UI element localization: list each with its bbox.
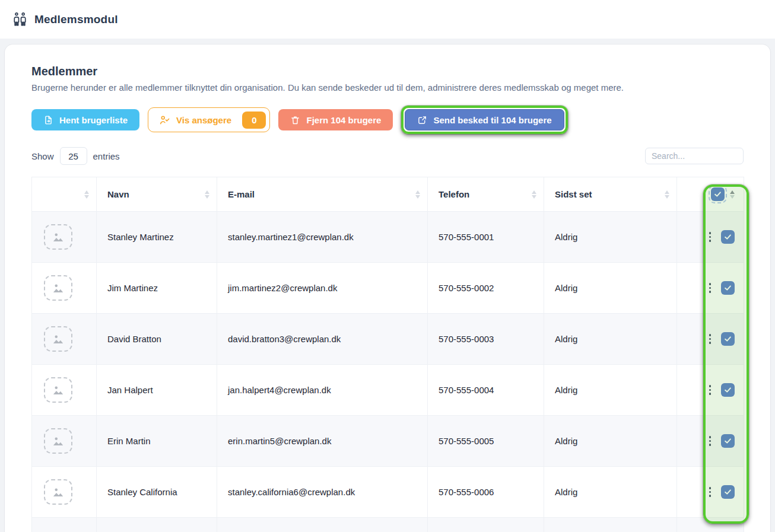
image-icon <box>50 230 66 245</box>
member-email: david.bratton3@crewplan.dk <box>217 314 428 365</box>
member-email: jim.martinez2@crewplan.dk <box>217 263 428 314</box>
check-icon <box>723 283 732 292</box>
table-row: Stanley Martinez stanley.martinez1@crewp… <box>32 212 744 263</box>
image-icon <box>50 434 66 449</box>
row-actions-cell <box>677 314 744 365</box>
download-userlist-button[interactable]: Hent brugerliste <box>31 109 139 130</box>
row-checkbox[interactable] <box>721 230 735 244</box>
download-userlist-label: Hent brugerliste <box>59 115 128 125</box>
avatar-placeholder <box>44 428 72 454</box>
send-message-label: Send besked til 104 brugere <box>433 115 551 125</box>
member-email: stanley.martinez1@crewplan.dk <box>217 212 428 263</box>
members-people-icon <box>12 11 28 27</box>
check-icon <box>723 335 732 343</box>
row-checkbox[interactable] <box>721 383 735 397</box>
member-phone: 570-555-0006 <box>428 467 544 518</box>
row-menu-kebab-icon[interactable] <box>707 332 714 346</box>
check-icon <box>723 386 732 394</box>
header-phone-column[interactable]: Telefon <box>428 177 544 212</box>
table-row: Jim Martinez jim.martinez2@crewplan.dk 5… <box>32 263 744 314</box>
header-name-column[interactable]: Navn <box>97 177 217 212</box>
image-icon <box>50 485 66 500</box>
table-row: Jan Halpert jan.halpert4@crewplan.dk 570… <box>32 365 744 416</box>
avatar-placeholder <box>44 326 72 352</box>
row-menu-kebab-icon[interactable] <box>707 434 714 448</box>
row-menu-kebab-icon[interactable] <box>707 485 714 499</box>
header-lastseen-column[interactable]: Sidst set <box>544 177 677 212</box>
avatar-cell <box>32 263 97 314</box>
row-actions-cell <box>677 365 744 416</box>
avatar-placeholder <box>44 224 72 250</box>
select-all-checkbox[interactable] <box>711 187 725 201</box>
row-menu-kebab-icon[interactable] <box>707 281 714 295</box>
header-avatar-column[interactable] <box>32 177 97 212</box>
header-lastseen-label: Sidst set <box>555 189 592 199</box>
avatar-cell <box>32 212 97 263</box>
header-email-label: E-mail <box>228 189 255 199</box>
image-icon <box>50 383 66 398</box>
sort-icon <box>205 190 209 199</box>
avatar-cell <box>32 467 97 518</box>
member-last-seen: Aldrig <box>544 212 677 263</box>
image-icon <box>50 332 66 347</box>
table-row: Stanley California stanley.california6@c… <box>32 467 744 518</box>
row-actions-cell <box>677 416 744 467</box>
check-icon <box>713 190 722 199</box>
header-email-column[interactable]: E-mail <box>217 177 428 212</box>
row-checkbox[interactable] <box>721 434 735 448</box>
member-phone: 570-555-0003 <box>428 314 544 365</box>
trash-icon <box>290 115 300 125</box>
page-title: Medlemmer <box>31 65 744 78</box>
member-last-seen: Aldrig <box>544 314 677 365</box>
avatar-cell <box>32 365 97 416</box>
member-name: Jim Martinez <box>97 263 217 314</box>
avatar-cell <box>32 314 97 365</box>
member-last-seen: Aldrig <box>544 263 677 314</box>
check-icon <box>723 232 732 241</box>
member-phone: 570-555-0005 <box>428 416 544 467</box>
row-checkbox[interactable] <box>721 281 735 295</box>
members-card: Medlemmer Brugerne herunder er alle medl… <box>5 44 770 532</box>
avatar-placeholder <box>44 377 72 403</box>
row-checkbox[interactable] <box>721 485 735 499</box>
show-label: Show <box>31 151 54 161</box>
table-header-row: Navn E-mail Telefon <box>32 177 744 212</box>
header-phone-label: Telefon <box>439 189 469 199</box>
sort-icon <box>84 190 89 199</box>
member-name: Erin Martin <box>97 416 217 467</box>
send-message-button[interactable]: Send besked til 104 brugere <box>405 109 564 130</box>
member-phone: 570-555-0001 <box>428 212 544 263</box>
table-row: David Bratton david.bratton3@crewplan.dk… <box>32 314 744 365</box>
member-last-seen: Aldrig <box>544 365 677 416</box>
app-title: Medlemsmodul <box>34 13 118 26</box>
member-email: erin.martin5@crewplan.dk <box>217 416 428 467</box>
show-entries-group: Show 25 entries <box>31 147 120 165</box>
person-check-icon <box>159 114 170 126</box>
member-phone: 570-555-0002 <box>428 263 544 314</box>
avatar-cell <box>32 416 97 467</box>
member-last-seen: Aldrig <box>544 467 677 518</box>
member-name: Stanley Martinez <box>97 212 217 263</box>
entries-select[interactable]: 25 <box>60 147 87 165</box>
table-body: Stanley Martinez stanley.martinez1@crewp… <box>32 212 744 532</box>
sort-icon <box>532 190 536 199</box>
row-menu-kebab-icon[interactable] <box>707 383 714 397</box>
table-row-partial <box>32 518 744 532</box>
view-applicants-button[interactable]: Vis ansøgere 0 <box>148 107 270 132</box>
header-select-column[interactable] <box>677 177 744 212</box>
avatar-placeholder <box>44 275 72 301</box>
search-input[interactable] <box>645 148 744 164</box>
row-menu-kebab-icon[interactable] <box>707 230 714 244</box>
table-controls: Show 25 entries <box>31 147 744 165</box>
remove-users-button[interactable]: Fjern 104 brugere <box>278 109 393 130</box>
remove-users-label: Fjern 104 brugere <box>306 115 381 125</box>
row-checkbox[interactable] <box>721 332 735 346</box>
applicants-count-badge: 0 <box>242 112 266 129</box>
topbar: Medlemsmodul <box>0 0 775 39</box>
image-icon <box>50 281 66 296</box>
member-email: jan.halpert4@crewplan.dk <box>217 365 428 416</box>
file-download-icon <box>43 115 53 125</box>
table-row: Erin Martin erin.martin5@crewplan.dk 570… <box>32 416 744 467</box>
sort-icon-active <box>730 190 735 199</box>
header-name-label: Navn <box>107 189 129 199</box>
